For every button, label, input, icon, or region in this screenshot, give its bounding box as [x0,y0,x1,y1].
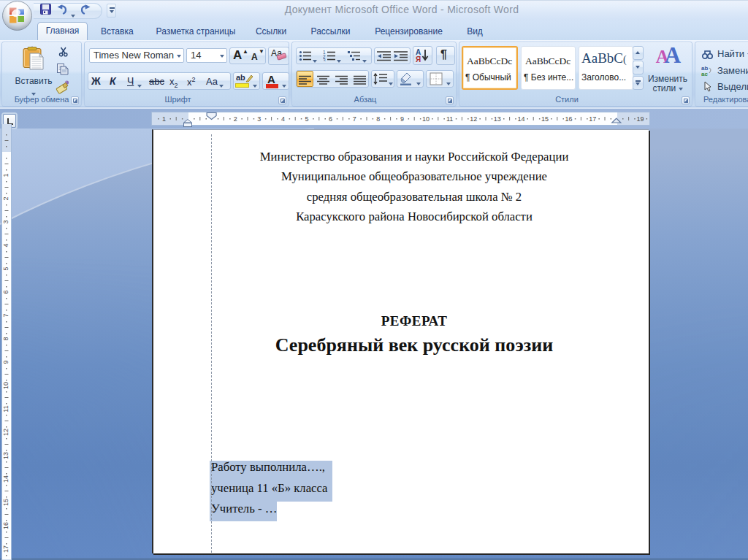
svg-text:2: 2 [2,196,9,200]
svg-text:11: 11 [2,405,9,412]
svg-text:14: 14 [517,115,524,123]
svg-text:4: 4 [2,243,9,247]
svg-text:7: 7 [2,313,9,317]
svg-text:6: 6 [2,290,9,294]
svg-text:19: 19 [636,115,644,123]
svg-text:ac: ac [701,71,708,76]
svg-text:9: 9 [400,115,404,123]
svg-text:17: 17 [589,115,596,123]
svg-text:5: 5 [2,266,9,270]
svg-text:3: 3 [323,58,326,62]
svg-text:13: 13 [2,452,9,459]
svg-text:1: 1 [162,115,166,123]
svg-text:11: 11 [446,115,453,123]
svg-text:6: 6 [329,115,332,123]
svg-text:8: 8 [376,115,380,123]
svg-text:13: 13 [494,115,501,123]
svg-text:3: 3 [257,115,261,123]
svg-text:7: 7 [353,115,356,123]
svg-text:12: 12 [2,429,9,436]
svg-text:8: 8 [2,337,9,340]
svg-text:Я: Я [416,55,421,64]
svg-text:16: 16 [2,522,9,529]
svg-text:15: 15 [541,115,549,123]
svg-text:14: 14 [2,475,9,483]
svg-text:15: 15 [2,499,9,506]
svg-text:2: 2 [234,115,237,123]
svg-text:4: 4 [281,115,285,123]
svg-text:1: 1 [2,173,9,177]
svg-text:17: 17 [2,545,9,553]
svg-text:16: 16 [565,115,573,123]
svg-text:10: 10 [422,115,430,123]
svg-text:9: 9 [2,360,9,364]
svg-text:12: 12 [470,115,477,123]
svg-text:10: 10 [2,382,9,389]
svg-text:5: 5 [305,115,308,123]
svg-text:3: 3 [2,220,9,223]
